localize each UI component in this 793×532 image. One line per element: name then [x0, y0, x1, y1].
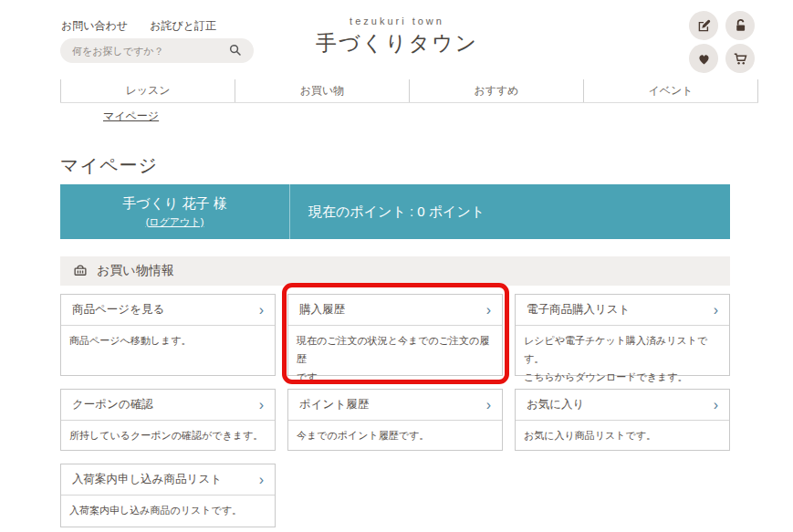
logout-link[interactable]: (ログアウト) [146, 215, 204, 229]
card-coupon-check[interactable]: クーポンの確認 所持しているクーポンの確認ができます。 [60, 389, 276, 451]
section-title: お買い物情報 [97, 263, 174, 279]
cart-button[interactable] [725, 44, 755, 73]
member-edit-button[interactable] [689, 11, 718, 40]
card-purchase-history[interactable]: 購入履歴 現在のご注文の状況と今までのご注文の履歴です。 [287, 294, 503, 376]
contact-link[interactable]: お問い合わせ [61, 18, 128, 34]
card-title: クーポンの確認 [72, 397, 153, 412]
nav-item-recommended[interactable]: おすすめ [409, 79, 583, 102]
card-title-row[interactable]: ポイント履歴 [288, 390, 502, 421]
global-nav: レッスン お買い物 おすすめ イベント [60, 79, 758, 103]
favorites-button[interactable] [689, 44, 718, 73]
cart-icon [733, 51, 748, 67]
lock-icon [733, 18, 748, 34]
card-description: レシピや電子チケット購入済みリストです。こちらからダウンロードできます。 [516, 326, 729, 386]
points-status: 現在のポイント : 0 ポイント [290, 184, 730, 239]
card-description: 今までのポイント履歴です。 [288, 421, 502, 450]
logo-subtitle: tezukuri town [274, 16, 520, 26]
logo-title: 手づくりタウン [274, 29, 520, 57]
card-title-row[interactable]: お気に入り [516, 390, 729, 421]
chevron-right-icon [714, 303, 718, 318]
heart-icon [696, 51, 712, 67]
card-description: 現在のご注文の状況と今までのご注文の履歴です。 [288, 326, 502, 386]
card-title-row[interactable]: 商品ページを見る [61, 295, 275, 326]
search-bar [60, 38, 254, 63]
card-description: 商品ページへ移動します。 [61, 326, 275, 375]
apology-correction-link[interactable]: お詫びと訂正 [150, 18, 216, 34]
card-description: 入荷案内申し込み商品のリストです。 [61, 495, 275, 527]
shopping-info-section-header: お買い物情報 [60, 256, 730, 286]
card-title: 電子商品購入リスト [527, 302, 630, 318]
nav-item-events[interactable]: イベント [583, 79, 758, 102]
breadcrumb-mypage-link[interactable]: マイページ [103, 110, 159, 122]
card-restock-request-list[interactable]: 入荷案内申し込み商品リスト 入荷案内申し込み商品のリストです。 [60, 464, 276, 527]
card-favorites[interactable]: お気に入り お気に入り商品リストです。 [515, 389, 730, 451]
header-utility-links: お問い合わせ お詫びと訂正 [61, 18, 216, 34]
nav-item-lessons[interactable]: レッスン [60, 79, 235, 102]
card-digital-purchase-list[interactable]: 電子商品購入リスト レシピや電子チケット購入済みリストです。こちらからダウンロー… [515, 294, 730, 376]
user-banner-left: 手づくり 花子 様 (ログアウト) [60, 184, 290, 239]
lock-icon-button[interactable] [725, 11, 755, 40]
card-point-history[interactable]: ポイント履歴 今までのポイント履歴です。 [287, 389, 503, 451]
card-title: 購入履歴 [299, 302, 345, 318]
page-title: マイページ [60, 153, 158, 178]
chevron-right-icon [259, 473, 264, 487]
site-logo[interactable]: tezukuri town 手づくりタウン [274, 16, 520, 57]
my-page-screen: お問い合わせ お詫びと訂正 tezukuri town 手づくりタウン [0, 0, 793, 532]
card-description: お気に入り商品リストです。 [516, 421, 729, 450]
chevron-right-icon [486, 398, 491, 412]
card-title-row[interactable]: クーポンの確認 [61, 390, 275, 421]
basket-icon [72, 262, 89, 281]
search-input[interactable] [72, 46, 228, 57]
search-button[interactable] [228, 43, 242, 59]
card-title: お気に入り [527, 397, 584, 412]
card-title-row[interactable]: 入荷案内申し込み商品リスト [61, 464, 275, 495]
chevron-right-icon [259, 303, 264, 318]
breadcrumb: マイページ [103, 109, 159, 124]
chevron-right-icon [714, 398, 718, 412]
card-title: ポイント履歴 [299, 397, 369, 412]
edit-icon [696, 18, 712, 34]
nav-item-shopping[interactable]: お買い物 [235, 79, 409, 102]
chevron-right-icon [259, 398, 264, 412]
card-view-product-page[interactable]: 商品ページを見る 商品ページへ移動します。 [60, 294, 276, 376]
card-title: 商品ページを見る [72, 302, 164, 318]
shopping-info-cards: 商品ページを見る 商品ページへ移動します。 購入履歴 現在のご注文の状況と今まで… [60, 294, 730, 522]
search-icon [228, 43, 242, 59]
card-description: 所持しているクーポンの確認ができます。 [61, 421, 275, 450]
chevron-right-icon [486, 303, 491, 318]
user-name: 手づくり 花子 様 [122, 195, 226, 213]
card-title: 入荷案内申し込み商品リスト [72, 472, 222, 487]
card-title-row[interactable]: 電子商品購入リスト [516, 295, 729, 326]
card-title-row[interactable]: 購入履歴 [288, 295, 502, 326]
user-banner: 手づくり 花子 様 (ログアウト) 現在のポイント : 0 ポイント [60, 184, 730, 239]
